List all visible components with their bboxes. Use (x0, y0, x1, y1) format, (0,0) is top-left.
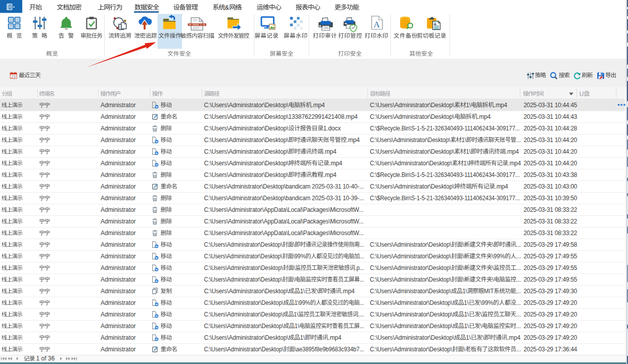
svg-text:C:\Users\Administrator\Desktop: C:\Users\Administrator\Desktop\ (204, 322, 284, 329)
svg-text:C:\Users\Administrator\Desktop: C:\Users\Administrator\Desktop\ (204, 334, 289, 341)
svg-text:1\: 1\ (300, 334, 305, 341)
svg-text:C:\Users\Administrator\Desktop: C:\Users\Administrator\Desktop\ (370, 241, 452, 248)
svg-text:C:\Users\Administrator\Desktop: C:\Users\Administrator\Desktop\ (204, 125, 289, 132)
svg-text:1\: 1\ (294, 310, 299, 317)
svg-text:C:\Users\Administrator\Desktop: C:\Users\Administrator\Desktop\ (204, 160, 289, 167)
svg-text:C:\Users\Administrator\Desktop: C:\Users\Administrator\Desktop\ (370, 323, 453, 330)
svg-text:C:\Users\Administrator\Desktop: C:\Users\Administrator\Desktop\bandicam … (204, 183, 364, 190)
svg-text:\99%: \99% (480, 299, 494, 306)
svg-text:.mp4: .mp4 (323, 171, 337, 178)
svg-text:...: ... (516, 346, 521, 353)
svg-text:2025-03-29 17:36:44: 2025-03-29 17:36:44 (524, 346, 577, 353)
svg-text:1.docx: 1.docx (323, 125, 341, 132)
svg-text:.mp4: .mp4 (506, 148, 519, 155)
svg-text:.mp4: .mp4 (507, 334, 521, 341)
svg-text:C:\Users\Administrator\Desktop: C:\Users\Administrator\Desktop\133876229… (204, 113, 358, 120)
svg-text:C:\Users\Administrator\Desktop: C:\Users\Administrator\Desktop\ (370, 148, 455, 155)
svg-text:1\: 1\ (464, 299, 469, 306)
svg-text:2025-03-29 17:49:20: 2025-03-29 17:49:20 (524, 311, 577, 318)
svg-text:...: ... (360, 253, 364, 259)
svg-text:U: U (579, 90, 584, 98)
svg-text:...: ... (360, 276, 364, 282)
svg-text:2025-03-29 17:49:20: 2025-03-29 17:49:20 (524, 299, 577, 306)
svg-text:\99%: \99% (293, 253, 306, 259)
svg-text:C:\Users\Administrator\Desktop: C:\Users\Administrator\Desktop\ (370, 299, 453, 306)
svg-text:Administrator: Administrator (101, 206, 136, 213)
svg-text:Administrator: Administrator (101, 323, 136, 330)
svg-text:2025-03-31 10:43:38: 2025-03-31 10:43:38 (524, 171, 577, 178)
svg-text:Administrator: Administrator (101, 125, 136, 132)
svg-text:C:\Users\Administrator\Desktop: C:\Users\Administrator\Desktop\ (204, 102, 289, 109)
svg-text:Administrator: Administrator (101, 311, 136, 318)
svg-text:C:\Users\Administrator\AppData: C:\Users\Administrator\AppData\Local\Pac… (204, 230, 364, 237)
svg-text:C:\Users\Administrator\Desktop: C:\Users\Administrator\Desktop\ (370, 252, 452, 259)
svg-text:Administrator: Administrator (101, 276, 136, 283)
svg-text:C:\Users\Administrator\Desktop: C:\Users\Administrator\Desktop\ (204, 299, 284, 305)
svg-text:Administrator: Administrator (101, 102, 136, 109)
svg-text:2025-03-31 10:44:20: 2025-03-31 10:44:20 (524, 148, 577, 155)
svg-text:...: ... (516, 136, 521, 143)
svg-text:.mp4: .mp4 (346, 136, 360, 144)
svg-text:Administrator: Administrator (101, 183, 136, 190)
svg-text:C:\Users\Administrator\Desktop: C:\Users\Administrator\Desktop\ (370, 264, 452, 271)
svg-text:...: ... (516, 299, 521, 306)
svg-text:Administrator: Administrator (101, 113, 136, 120)
svg-text:Administrator: Administrator (101, 218, 136, 225)
svg-text:2025-03-29 17:49:58: 2025-03-29 17:49:58 (524, 241, 577, 248)
svg-text:2025-03-31 10:44:43: 2025-03-31 10:44:43 (524, 113, 577, 120)
svg-text:1 of 36: 1 of 36 (36, 355, 55, 362)
svg-text:.mp4: .mp4 (323, 148, 337, 155)
svg-text:.p...: .p... (355, 264, 364, 270)
svg-text:Administrator: Administrator (101, 160, 136, 167)
svg-text:2025-03-31 10:44:20: 2025-03-31 10:44:20 (524, 160, 577, 167)
svg-text:2025-03-31 08:33:22: 2025-03-31 08:33:22 (524, 206, 577, 213)
svg-text:2025-03-29 17:49:55: 2025-03-29 17:49:55 (524, 264, 577, 271)
svg-text:C:\Users\Administrator\Desktop: C:\Users\Administrator\Desktop\ (370, 287, 452, 294)
svg-text:C:\Users\Administrator\Desktop: C:\Users\Administrator\Desktop\ (370, 102, 455, 109)
svg-text:2025-03-31 08:33:22: 2025-03-31 08:33:22 (524, 230, 577, 237)
svg-text:C:\Users\Administrator\Desktop: C:\Users\Administrator\Desktop\ (370, 113, 455, 120)
svg-text:...: ... (516, 323, 521, 330)
svg-text:Administrator: Administrator (101, 230, 136, 237)
svg-text:...: ... (516, 241, 521, 248)
svg-text:MIT: MIT (484, 287, 494, 294)
svg-text:C:\Users\Administrator\Desktop: C:\Users\Administrator\Desktop\ (204, 288, 289, 295)
svg-text:.mp4: .mp4 (329, 160, 343, 167)
svg-text:Administrator: Administrator (101, 346, 136, 353)
svg-text:...: ... (516, 287, 521, 294)
svg-text:Administrator: Administrator (101, 288, 136, 295)
svg-text:C:\Users\Administrator\Desktop: C:\Users\Administrator\Desktop\ (204, 276, 283, 282)
svg-text:Administrator: Administrator (101, 253, 136, 260)
svg-text:1\: 1\ (466, 102, 471, 109)
svg-text:Administrator: Administrator (101, 171, 136, 178)
svg-text:Administrator: Administrator (101, 148, 136, 155)
svg-text:Administrator: Administrator (101, 241, 136, 248)
svg-text:2025-03-29 17:49:20: 2025-03-29 17:49:20 (524, 334, 577, 341)
svg-text:.mp4: .mp4 (311, 102, 325, 109)
svg-text:Administrator: Administrator (101, 334, 136, 341)
svg-text:2025-03-31 10:39:50: 2025-03-31 10:39:50 (524, 195, 577, 202)
svg-text:2025-03-31 08:33:22: 2025-03-31 08:33:22 (524, 218, 577, 225)
svg-text:1\: 1\ (462, 136, 467, 143)
svg-text:C:\Users\Administrator\Desktop: C:\Users\Administrator\Desktop\ (204, 264, 284, 270)
svg-text:...: ... (360, 241, 364, 247)
svg-text:...: ... (516, 276, 521, 283)
svg-text:.mp4: .mp4 (341, 288, 355, 295)
svg-text:C:\Users\Administrator\Desktop: C:\Users\Administrator\Desktop\ (370, 334, 455, 341)
svg-text:Administrator: Administrator (101, 264, 136, 271)
svg-text:2025-03-31 10:44:20: 2025-03-31 10:44:20 (524, 136, 577, 144)
svg-text:1\99%: 1\99% (294, 299, 310, 305)
svg-text:C:\Users\Administrator\Desktop: C:\Users\Administrator\Desktop\ (204, 241, 283, 247)
svg-text:.mp4: .mp4 (508, 160, 521, 167)
svg-text:C:\Users\Administrator\Desktop: C:\Users\Administrator\Desktop\ (204, 310, 284, 317)
svg-text:...: ... (516, 264, 521, 271)
svg-text:2025-03-29 17:49:30: 2025-03-29 17:49:30 (524, 288, 577, 295)
svg-text:2025-03-29 17:49:55: 2025-03-29 17:49:55 (524, 276, 577, 283)
svg-text:C:\Users\Administrator\Desktop: C:\Users\Administrator\Desktop\ (370, 183, 455, 190)
svg-text:Administrator: Administrator (101, 195, 136, 202)
svg-text:C:\Users\Administrator\AppData: C:\Users\Administrator\AppData\Local\Pac… (204, 218, 364, 225)
svg-text:C:\Users\Administrator\Desktop: C:\Users\Administrator\Desktop\ (370, 160, 453, 167)
svg-text:\ae3895f8e9b9683c934b7...: \ae3895f8e9b9683c934b7... (295, 345, 364, 352)
svg-text:C:\Users\Administrator\Desktop: C:\Users\Administrator\Desktop\bandicam … (204, 195, 364, 202)
svg-text:C:\Users\Administrator\Desktop: C:\Users\Administrator\Desktop\ (370, 276, 452, 283)
